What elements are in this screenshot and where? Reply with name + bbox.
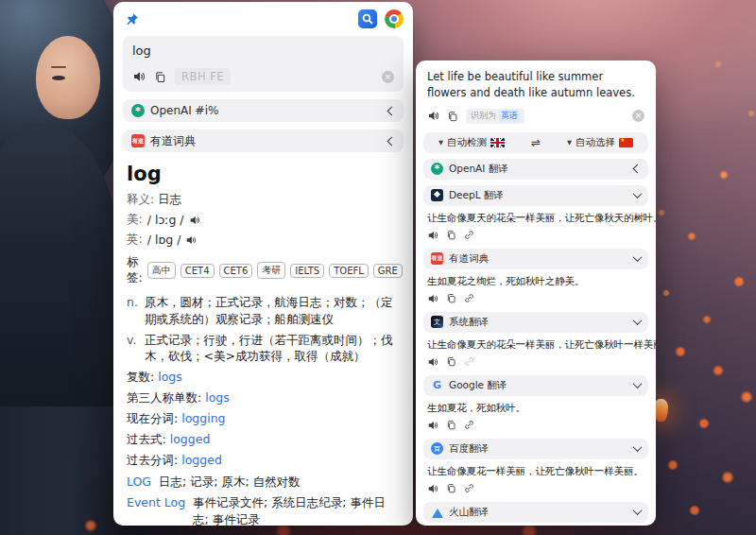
- speaker-icon[interactable]: [427, 420, 438, 431]
- form-link[interactable]: logged: [170, 432, 211, 446]
- chevron-down-icon[interactable]: [633, 189, 643, 198]
- result-toolbar: [416, 352, 656, 370]
- section-youdao-label: 有道词典: [150, 133, 196, 149]
- phrase-def: 日志; 记录; 原木; 自然对数: [159, 474, 301, 490]
- service-header-system[interactable]: 文 系统翻译: [423, 312, 648, 333]
- speaker-icon[interactable]: [427, 293, 438, 304]
- tag-chip: IELTS: [290, 264, 324, 278]
- speaker-icon[interactable]: [132, 70, 146, 83]
- uk-phonetic: / lɒg /: [147, 233, 181, 247]
- snippet-hint[interactable]: RBH FE: [175, 68, 231, 85]
- service-header-openai[interactable]: * OpenAI 翻译: [423, 159, 648, 180]
- speaker-icon[interactable]: [427, 230, 438, 241]
- link-icon[interactable]: [464, 230, 474, 241]
- swap-languages-icon[interactable]: ⇌: [531, 136, 541, 149]
- phrase-def: 事件记录文件; 系统日志纪录; 事件日志; 事件记录: [193, 494, 400, 526]
- service-header-google[interactable]: G Google 翻译: [423, 375, 648, 396]
- dictionary-window: log RBH FE × * OpenAI #i% 有道 有道词典 log 释义…: [113, 2, 413, 526]
- form-past-participle: 过去分词: logged: [127, 453, 400, 469]
- source-toolbar: 识别为 英语 ×: [416, 102, 656, 128]
- form-label: 过去式:: [127, 432, 166, 446]
- chevron-down-icon[interactable]: [633, 506, 643, 515]
- large-lantern: [654, 399, 668, 422]
- service-name: 百度翻译: [449, 442, 489, 456]
- detect-prefix: 识别为: [471, 110, 496, 122]
- youdao-icon: 有道: [431, 252, 443, 265]
- service-header-deepl[interactable]: DeepL 翻译: [423, 185, 648, 206]
- link-icon[interactable]: [464, 356, 474, 368]
- translation-result: 让生命像夏花一样美丽，让死亡像秋叶一样美丽。: [416, 459, 656, 478]
- dropdown-arrow-icon: ▼: [567, 139, 572, 147]
- search-input[interactable]: log: [132, 43, 394, 58]
- copy-icon[interactable]: [447, 111, 458, 122]
- form-link[interactable]: logged: [181, 453, 222, 467]
- form-link[interactable]: logging: [181, 411, 225, 425]
- copy-icon[interactable]: [446, 420, 456, 431]
- uk-phonetic-row: 英: / lɒg /: [127, 232, 400, 248]
- chevron-down-icon[interactable]: [633, 316, 643, 325]
- service-header-baidu[interactable]: 百 百度翻译: [423, 439, 648, 459]
- form-label: 第三人称单数:: [127, 390, 201, 405]
- detected-language-badge[interactable]: 识别为 英语: [466, 109, 524, 124]
- chevron-left-icon[interactable]: [387, 136, 397, 146]
- service-name: OpenAI 翻译: [449, 163, 508, 176]
- deepl-icon: [431, 189, 443, 201]
- translation-result: 让生命像夏天的花朵一样美丽，让死亡像秋叶一样美丽。: [416, 333, 656, 352]
- chevron-left-icon[interactable]: [633, 164, 643, 174]
- speaker-icon[interactable]: [185, 234, 197, 246]
- form-label: 现在分词:: [127, 411, 178, 425]
- phrase-link[interactable]: LOG: [127, 474, 151, 490]
- service-header-youdao[interactable]: 有道 有道词典: [423, 249, 648, 269]
- copy-icon[interactable]: [446, 293, 456, 304]
- uk-flag-icon: [490, 138, 505, 147]
- definition-text: 原木，圆材；正式记录，航海日志；对数；（定期或系统的）观察记录；船舶测速仪: [145, 294, 400, 328]
- search-toolbar: RBH FE ×: [132, 68, 394, 85]
- speaker-icon[interactable]: [427, 356, 438, 368]
- china-flag-icon: [619, 138, 633, 147]
- chrome-icon[interactable]: [385, 9, 404, 28]
- copy-icon[interactable]: [154, 71, 166, 83]
- clear-input-icon[interactable]: ×: [382, 71, 394, 83]
- speaker-icon[interactable]: [427, 483, 438, 494]
- form-label: 复数:: [127, 370, 154, 384]
- phrase-link[interactable]: Event Log: [127, 494, 185, 526]
- result-toolbar: [416, 288, 656, 306]
- search-app-icon[interactable]: [358, 9, 377, 28]
- copy-icon[interactable]: [446, 356, 456, 368]
- youdao-icon: 有道: [131, 134, 145, 147]
- language-bar: ▼ 自动检测 ⇌ ▼ 自动选择: [423, 132, 648, 153]
- target-language-label: 自动选择: [576, 136, 615, 149]
- form-link[interactable]: logs: [205, 390, 230, 405]
- system-translate-icon: 文: [431, 316, 443, 328]
- link-icon[interactable]: [464, 420, 474, 431]
- search-box[interactable]: log RBH FE ×: [123, 36, 404, 92]
- chevron-down-icon[interactable]: [633, 442, 643, 452]
- form-link[interactable]: logs: [158, 370, 182, 384]
- source-language-dropdown[interactable]: ▼ 自动检测: [438, 136, 505, 149]
- tags-row: 标签: 高中 CET4 CET6 考研 IELTS TOEFL GRE: [127, 254, 400, 286]
- tags-label: 标签:: [127, 254, 143, 286]
- openai-icon: *: [431, 163, 443, 175]
- service-header-volcano[interactable]: 火山翻译: [423, 502, 648, 523]
- openai-icon: *: [131, 104, 145, 117]
- pos-label: v.: [127, 332, 140, 366]
- definition-verb: v. 正式记录；行驶，行进（若干距离或时间）；伐木，砍伐；<美>成功获得，取得（…: [127, 332, 400, 366]
- speaker-icon[interactable]: [189, 215, 200, 226]
- target-language-dropdown[interactable]: ▼ 自动选择: [567, 136, 633, 149]
- chevron-left-icon[interactable]: [387, 106, 397, 115]
- chevron-down-icon[interactable]: [633, 379, 643, 388]
- pin-icon[interactable]: [125, 12, 139, 26]
- section-openai[interactable]: * OpenAI #i%: [123, 99, 404, 122]
- copy-icon[interactable]: [446, 230, 456, 241]
- link-icon[interactable]: [464, 293, 474, 304]
- speaker-icon[interactable]: [427, 110, 439, 122]
- link-icon[interactable]: [464, 483, 474, 494]
- pos-label: n.: [127, 294, 140, 328]
- copy-icon[interactable]: [446, 483, 456, 494]
- phrase-row: LOG 日志; 记录; 原木; 自然对数: [127, 474, 400, 490]
- translation-result: 让生命像夏天的花朵一样美丽，让死亡像秋天的树叶。: [416, 206, 656, 225]
- section-youdao[interactable]: 有道 有道词典: [123, 129, 404, 152]
- clear-input-icon[interactable]: ×: [632, 110, 644, 122]
- form-third-person: 第三人称单数: logs: [127, 390, 400, 406]
- chevron-down-icon[interactable]: [633, 252, 643, 262]
